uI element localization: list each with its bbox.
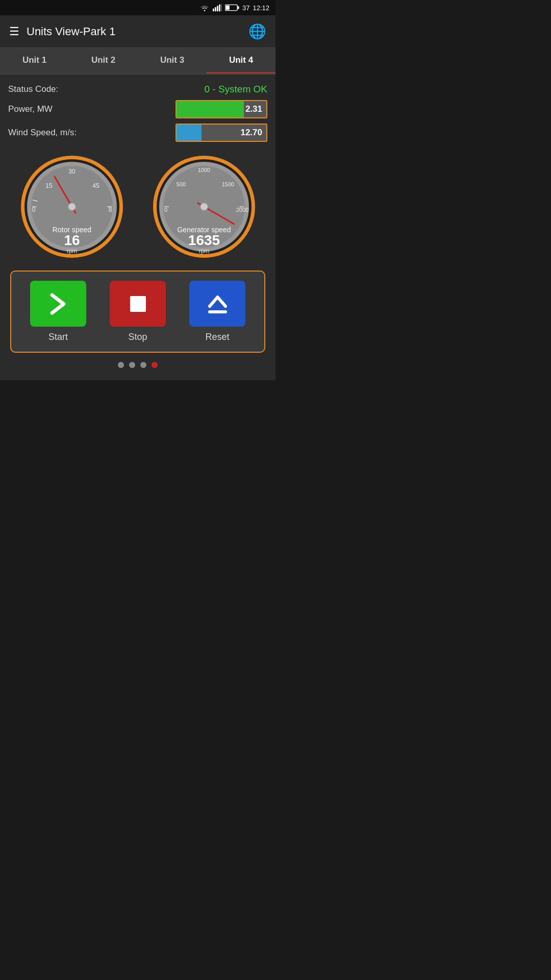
start-button-group: Start xyxy=(30,281,86,342)
svg-point-39 xyxy=(201,203,208,210)
wind-speed-row: Wind Speed, m/s: 12.70 xyxy=(8,124,267,142)
battery-icon xyxy=(225,4,239,11)
reset-label: Reset xyxy=(205,332,229,342)
tab-unit1[interactable]: Unit 1 xyxy=(0,48,69,74)
status-icons: 37 12:12 xyxy=(199,4,269,12)
power-value: 2.31 xyxy=(245,104,266,114)
stop-button[interactable] xyxy=(110,281,166,327)
menu-button[interactable]: ☰ xyxy=(9,25,19,38)
wind-bar: 12.70 xyxy=(176,124,267,142)
svg-text:0: 0 xyxy=(164,207,167,213)
dot-3 xyxy=(140,362,146,368)
dot-4 xyxy=(152,362,158,368)
power-bar-fill xyxy=(177,101,244,117)
svg-text:0: 0 xyxy=(32,206,35,213)
tab-unit2[interactable]: Unit 2 xyxy=(69,48,138,74)
reset-button-group: Reset xyxy=(189,281,245,342)
dot-1 xyxy=(118,362,124,368)
page-dots xyxy=(8,362,267,368)
unit-tabs: Unit 1 Unit 2 Unit 3 Unit 4 xyxy=(0,48,276,75)
svg-text:1000: 1000 xyxy=(197,167,210,173)
svg-text:rpm: rpm xyxy=(66,248,77,255)
stop-button-group: Stop xyxy=(110,281,166,342)
battery-percent: 37 xyxy=(242,4,249,12)
reset-button[interactable] xyxy=(189,281,245,327)
svg-text:30: 30 xyxy=(68,168,76,175)
start-icon xyxy=(44,290,72,318)
gauges-row: 0 8 15 30 45 Rotor speed 16 rpm xyxy=(8,153,267,260)
power-bar: 2.31 xyxy=(176,100,267,118)
start-label: Start xyxy=(48,332,68,342)
power-label: Power, MW xyxy=(8,104,53,114)
app-title: Units View-Park 1 xyxy=(27,25,115,38)
wind-bar-fill xyxy=(177,125,202,141)
svg-text:8: 8 xyxy=(108,206,112,213)
svg-text:15: 15 xyxy=(45,182,53,189)
start-button[interactable] xyxy=(30,281,86,327)
power-row: Power, MW 2.31 xyxy=(8,100,267,118)
wind-speed-label: Wind Speed, m/s: xyxy=(8,128,77,138)
stop-label: Stop xyxy=(128,332,147,342)
svg-text:1500: 1500 xyxy=(221,181,234,187)
time-display: 12:12 xyxy=(253,4,269,12)
svg-rect-43 xyxy=(130,296,146,312)
reset-icon xyxy=(204,290,232,318)
svg-text:45: 45 xyxy=(92,182,99,189)
status-code-value: 0 - System OK xyxy=(204,84,267,95)
signal-icon xyxy=(213,4,222,12)
header-left: ☰ Units View-Park 1 xyxy=(9,25,115,38)
buttons-panel: Start Stop Reset xyxy=(10,271,265,353)
tab-unit3[interactable]: Unit 3 xyxy=(138,48,207,74)
svg-rect-6 xyxy=(238,6,239,9)
svg-rect-3 xyxy=(219,5,220,12)
status-bar: 37 12:12 xyxy=(0,0,276,15)
svg-rect-2 xyxy=(217,6,218,11)
wifi-icon xyxy=(199,4,210,12)
svg-point-22 xyxy=(68,203,76,210)
svg-text:500: 500 xyxy=(176,181,185,187)
rotor-gauge-svg: 0 8 15 30 45 Rotor speed 16 rpm xyxy=(18,153,126,260)
generator-gauge: 0 2000 500 1000 1500 Generator speed 163… xyxy=(151,153,258,260)
svg-text:2000: 2000 xyxy=(236,207,248,213)
status-code-label: Status Code: xyxy=(8,84,58,94)
svg-rect-7 xyxy=(226,6,229,10)
svg-text:16: 16 xyxy=(64,232,80,248)
rotor-gauge: 0 8 15 30 45 Rotor speed 16 rpm xyxy=(18,153,126,260)
svg-text:rpm: rpm xyxy=(198,248,209,255)
stop-icon xyxy=(124,290,152,318)
status-code-row: Status Code: 0 - System OK xyxy=(8,84,267,95)
svg-rect-4 xyxy=(221,4,222,11)
svg-text:1635: 1635 xyxy=(188,232,219,248)
content-area: Status Code: 0 - System OK Power, MW 2.3… xyxy=(0,75,276,380)
app-header: ☰ Units View-Park 1 🌐 xyxy=(0,15,276,48)
svg-rect-1 xyxy=(215,7,216,11)
svg-rect-0 xyxy=(213,9,214,11)
globe-button[interactable]: 🌐 xyxy=(248,23,266,40)
tab-unit4[interactable]: Unit 4 xyxy=(207,48,276,74)
generator-gauge-svg: 0 2000 500 1000 1500 Generator speed 163… xyxy=(151,153,258,260)
dot-2 xyxy=(129,362,135,368)
wind-speed-value: 12.70 xyxy=(240,128,266,138)
